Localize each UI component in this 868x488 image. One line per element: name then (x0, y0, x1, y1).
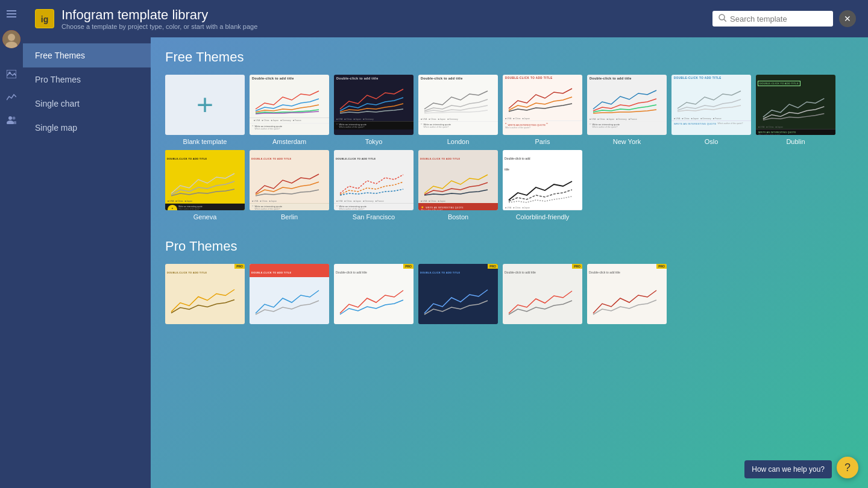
svg-point-14 (719, 14, 725, 20)
nav-item-pro-themes[interactable]: Pro Themes (23, 67, 151, 92)
template-sanfrancisco[interactable]: DOUBLE-CLICK TO ADD TITLE ■ USA■ China■ … (334, 150, 414, 221)
template-oslo[interactable]: DOUBLE-CLICK TO ADD TITLE ■ USA■ China■ … (671, 75, 751, 145)
plus-icon: + (197, 90, 213, 119)
user-avatar[interactable] (2, 30, 20, 48)
help-button[interactable]: ? (837, 457, 858, 478)
image-icon[interactable] (2, 65, 20, 83)
search-input[interactable] (730, 14, 827, 23)
sidebar-icons (0, 0, 23, 488)
newyork-name: New York (587, 138, 667, 145)
template-london[interactable]: Double-click to add title ■ USA■ China■ … (418, 75, 498, 145)
pro-themes-grid: PRO DOUBLE-CLICK TO ADD TITLE (165, 264, 854, 324)
london-name: London (418, 138, 498, 145)
template-pro-6[interactable]: PRO Double-click to add title (587, 264, 667, 324)
template-pro-4[interactable]: PRO DOUBLE-CLICK TO ADD TITLE (418, 264, 498, 324)
geneva-name: Geneva (165, 213, 245, 221)
nav-item-free-themes[interactable]: Free Themes (23, 43, 151, 67)
colorblind-name: Colorblind-friendly (503, 213, 582, 221)
colorblind-thumb: Double-click to addtitle ■ USA■ China■ J… (503, 150, 582, 210)
template-newyork[interactable]: Double-click to add title ■ USA■ China■ … (587, 75, 667, 145)
help-text: How can we help you? (744, 460, 832, 478)
amsterdam-thumb: Double-click to add title ■ USA■ Ch (250, 75, 329, 135)
template-pro-1[interactable]: PRO DOUBLE-CLICK TO ADD TITLE (165, 264, 245, 324)
scroll-content[interactable]: Free Themes + Blank template Double-clic… (151, 37, 868, 488)
newyork-thumb: Double-click to add title ■ USA■ China■ … (587, 75, 667, 135)
pro-1-thumb: PRO DOUBLE-CLICK TO ADD TITLE (165, 264, 245, 324)
template-tokyo[interactable]: Double-click to add title ■ USA■ China■ … (334, 75, 414, 145)
template-dublin[interactable]: DOUBLE-CLICK TO ADD TITLE ■ USA■ China■ … (756, 75, 835, 145)
svg-point-4 (8, 34, 15, 41)
template-pro-2[interactable]: PRO DOUBLE-CLICK TO ADD TITLE (250, 264, 329, 324)
pro-3-thumb: PRO Double-click to add title (334, 264, 414, 324)
pro-4-thumb: PRO DOUBLE-CLICK TO ADD TITLE (418, 264, 498, 324)
header-title-block: Infogram template library Choose a templ… (61, 7, 257, 30)
menu-icon[interactable] (2, 5, 20, 23)
svg-text:ig: ig (41, 14, 48, 24)
template-blank[interactable]: + Blank template (165, 75, 245, 145)
svg-rect-0 (7, 10, 16, 11)
oslo-name: Oslo (671, 138, 751, 145)
template-amsterdam[interactable]: Double-click to add title ■ USA■ Ch (250, 75, 329, 145)
template-paris[interactable]: DOUBLE-CLICK TO ADD TITLE ■ USA■ China■ … (503, 75, 582, 145)
svg-point-11 (13, 121, 16, 124)
blank-template-name: Blank template (165, 138, 245, 145)
boston-thumb: DOUBLE-CLICK TO ADD TITLE ■ USA■ China■ … (418, 150, 498, 210)
amsterdam-name: Amsterdam (250, 138, 329, 145)
sanfrancisco-thumb: DOUBLE-CLICK TO ADD TITLE ■ USA■ China■ … (334, 150, 414, 210)
close-button[interactable]: ✕ (839, 10, 856, 27)
chart-icon[interactable] (2, 88, 20, 106)
pro-6-thumb: PRO Double-click to add title (587, 264, 667, 324)
svg-line-15 (724, 19, 726, 22)
search-box[interactable] (712, 11, 833, 27)
paris-name: Paris (503, 138, 582, 145)
blank-thumb: + (165, 75, 245, 135)
template-pro-3[interactable]: PRO Double-click to add title (334, 264, 414, 324)
svg-point-9 (7, 120, 14, 124)
tokyo-thumb: Double-click to add title ■ USA■ China■ … (334, 75, 414, 135)
header-right: ✕ (712, 10, 856, 27)
paris-thumb: DOUBLE-CLICK TO ADD TITLE ■ USA■ China■ … (503, 75, 582, 135)
template-boston[interactable]: DOUBLE-CLICK TO ADD TITLE ■ USA■ China■ … (418, 150, 498, 221)
users-icon[interactable] (2, 111, 20, 129)
svg-rect-2 (7, 16, 16, 17)
boston-name: Boston (418, 213, 498, 221)
template-berlin[interactable]: DOUBLE-CLICK TO ADD TITLE ■ USA■ China■ … (250, 150, 329, 221)
pro-2-thumb: PRO DOUBLE-CLICK TO ADD TITLE (250, 264, 329, 324)
template-colorblind[interactable]: Double-click to addtitle ■ USA■ China■ J… (503, 150, 582, 221)
pro-5-thumb: PRO Double-click to add title (503, 264, 582, 324)
london-thumb: Double-click to add title ■ USA■ China■ … (418, 75, 498, 135)
template-geneva[interactable]: DOUBLE-CLICK TO ADD TITLE ■ USA■ China■ … (165, 150, 245, 221)
free-themes-grid: + Blank template Double-click to add tit… (165, 75, 854, 221)
pro-themes-title: Pro Themes (165, 239, 854, 254)
svg-rect-1 (7, 13, 16, 14)
berlin-thumb: DOUBLE-CLICK TO ADD TITLE ■ USA■ China■ … (250, 150, 329, 210)
svg-point-8 (8, 116, 12, 120)
dublin-thumb: DOUBLE-CLICK TO ADD TITLE ■ USA■ China■ … (756, 75, 835, 135)
geneva-thumb: DOUBLE-CLICK TO ADD TITLE ■ USA■ China■ … (165, 150, 245, 210)
oslo-thumb: DOUBLE-CLICK TO ADD TITLE ■ USA■ China■ … (671, 75, 751, 135)
top-header: ig Infogram template library Choose a te… (23, 0, 868, 37)
app-title: Infogram template library (61, 7, 257, 23)
tokyo-name: Tokyo (334, 138, 414, 145)
left-nav: Free Themes Pro Themes Single chart Sing… (23, 37, 151, 488)
free-themes-title: Free Themes (165, 49, 854, 65)
nav-item-single-chart[interactable]: Single chart (23, 92, 151, 116)
content-area: Free Themes Pro Themes Single chart Sing… (23, 37, 868, 488)
app-logo: ig (35, 9, 54, 28)
main-area: ig Infogram template library Choose a te… (23, 0, 868, 488)
sanfrancisco-name: San Francisco (334, 213, 414, 221)
svg-point-10 (13, 117, 16, 120)
template-pro-5[interactable]: PRO Double-click to add title (503, 264, 582, 324)
search-icon (719, 14, 726, 23)
nav-item-single-map[interactable]: Single map (23, 116, 151, 140)
berlin-name: Berlin (250, 213, 329, 221)
dublin-name: Dublin (756, 138, 835, 145)
app-subtitle: Choose a template by project type, color… (61, 23, 257, 30)
header-left: ig Infogram template library Choose a te… (35, 7, 257, 30)
